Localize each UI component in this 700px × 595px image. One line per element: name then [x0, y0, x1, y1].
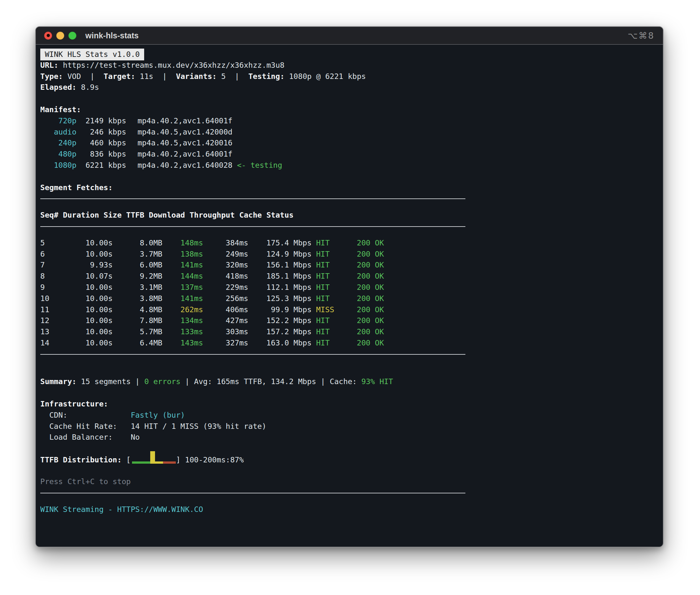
cell-duration: 10.00s: [58, 304, 113, 315]
separator: |: [180, 377, 194, 386]
segment-row: 1110.00s4.8MB262ms406ms99.9 MbpsMISS200 …: [40, 304, 663, 315]
segment-row: 910.00s3.1MB137ms229ms112.1 MbpsHIT200 O…: [40, 282, 663, 293]
variant-codecs: mp4a.40.2,avc1.640028: [137, 160, 232, 171]
cdn-value: Fastly (bur): [131, 410, 185, 421]
cell-status: 200 OK: [357, 293, 384, 304]
variant-bitrate: 2149 kbps: [76, 115, 126, 126]
cell-cache: HIT: [316, 293, 352, 304]
cell-size: 7.8MB: [113, 315, 162, 326]
window-controls: [44, 32, 76, 39]
terminal-content[interactable]: WINK HLS Stats v1.0.0 URL:https://test-s…: [36, 45, 663, 515]
cell-download: 384ms: [203, 237, 248, 249]
summary-line: Summary:15 segments | 0 errors | Avg: 16…: [40, 376, 663, 387]
cell-ttfb: 143ms: [162, 337, 203, 349]
brand-text: WINK Streaming - HTTPS://WWW.WINK.CO: [40, 505, 203, 514]
variant-bitrate: 836 kbps: [76, 149, 126, 160]
blank-line: [40, 171, 663, 182]
cell-ttfb: 141ms: [162, 259, 203, 271]
cell-download: 303ms: [203, 326, 248, 337]
cell-ttfb: 148ms: [162, 237, 203, 249]
cell-size: 8.0MB: [113, 237, 162, 249]
cell-seq: 7: [40, 259, 58, 271]
manifest-row: audio246 kbpsmp4a.40.5,avc1.42000d: [40, 126, 663, 138]
cell-status: 200 OK: [357, 259, 384, 271]
infra-row-cache: Cache Hit Rate:14 HIT / 1 MISS (93% hit …: [40, 421, 663, 432]
variants-value: 5: [217, 72, 226, 81]
divider-line: [40, 493, 466, 493]
ttfb-distribution-line: TTFB Distribution:[]100-200ms:87%: [40, 454, 663, 465]
cell-throughput: 99.9 Mbps: [248, 304, 312, 315]
blank-line: [40, 365, 663, 376]
manifest-row: 480p836 kbpsmp4a.40.2,avc1.64001f: [40, 149, 663, 160]
cell-cache: HIT: [316, 282, 352, 293]
summary-label: Summary:: [40, 377, 76, 386]
summary-cache-label: Cache:: [330, 377, 357, 386]
zoom-button[interactable]: [68, 32, 76, 39]
url-value: https://test-streams.mux.dev/x36xhzz/x36…: [58, 61, 284, 70]
ttfb-distribution-caption: 100-200ms:87%: [180, 455, 244, 464]
segment-row: 1210.00s7.8MB134ms427ms152.2 MbpsHIT200 …: [40, 315, 663, 326]
cell-throughput: 112.1 Mbps: [248, 282, 312, 293]
variant-codecs: mp4a.40.2,avc1.64001f: [137, 149, 232, 160]
cdn-label: CDN:: [49, 410, 131, 421]
segment-row: 510.00s8.0MB148ms384ms175.4 MbpsHIT200 O…: [40, 237, 663, 249]
ttfb-distribution-label: TTFB Distribution:: [40, 455, 122, 464]
load-balancer-label: Load Balancer:: [49, 432, 131, 443]
cell-download: 256ms: [203, 293, 248, 304]
type-value: VOD: [63, 72, 81, 81]
cell-throughput: 156.1 Mbps: [248, 259, 312, 271]
summary-cache-value: 93% HIT: [357, 377, 393, 386]
variant-name: 480p: [40, 149, 76, 160]
blank-line: [40, 387, 663, 398]
cell-size: 9.2MB: [113, 271, 162, 282]
segment-row: 610.00s3.7MB138ms249ms124.9 MbpsHIT200 O…: [40, 249, 663, 260]
minimize-button[interactable]: [56, 32, 64, 39]
modified-dot-icon: [47, 34, 50, 37]
app-version-line: WINK HLS Stats v1.0.0: [40, 49, 663, 60]
cell-duration: 10.00s: [58, 326, 113, 337]
cell-duration: 10.00s: [58, 315, 113, 326]
testing-value: 1080p @ 6221 kbps: [284, 72, 366, 81]
cell-seq: 6: [40, 249, 58, 260]
variant-name: 720p: [40, 115, 76, 126]
cell-seq: 8: [40, 271, 58, 282]
cell-throughput: 152.2 Mbps: [248, 315, 312, 326]
cell-ttfb: 134ms: [162, 315, 203, 326]
cell-duration: 10.00s: [58, 237, 113, 249]
cell-ttfb: 133ms: [162, 326, 203, 337]
cell-download: 249ms: [203, 249, 248, 260]
cell-ttfb: 144ms: [162, 271, 203, 282]
cell-status: 200 OK: [357, 337, 384, 349]
cell-throughput: 175.4 Mbps: [248, 237, 312, 249]
cell-seq: 12: [40, 315, 58, 326]
cell-seq: 13: [40, 326, 58, 337]
variant-codecs: mp4a.40.5,avc1.420016: [137, 137, 232, 149]
variant-bitrate: 246 kbps: [76, 126, 126, 138]
separator: |: [131, 377, 144, 386]
histogram-bar-red: [163, 461, 176, 464]
segment-row: 810.07s9.2MB144ms418ms185.1 MbpsHIT200 O…: [40, 271, 663, 282]
blank-line: [40, 465, 663, 477]
url-line: URL:https://test-streams.mux.dev/x36xhzz…: [40, 60, 663, 71]
segment-row: 79.93s6.0MB141ms320ms156.1 MbpsHIT200 OK: [40, 259, 663, 271]
cell-throughput: 185.1 Mbps: [248, 271, 312, 282]
manifest-row: 720p2149 kbpsmp4a.40.2,avc1.64001f: [40, 115, 663, 126]
titlebar[interactable]: wink-hls-stats ⌥⌘8: [36, 27, 663, 45]
cache-hit-rate-label: Cache Hit Rate:: [49, 421, 131, 432]
variant-codecs: mp4a.40.2,avc1.64001f: [137, 115, 232, 126]
cell-duration: 9.93s: [58, 259, 113, 271]
close-button[interactable]: [44, 32, 52, 39]
cell-size: 3.8MB: [113, 293, 162, 304]
cell-throughput: 163.0 Mbps: [248, 337, 312, 349]
cell-size: 6.4MB: [113, 337, 162, 349]
separator: |: [153, 72, 176, 81]
cell-ttfb: 141ms: [162, 293, 203, 304]
cell-ttfb: 138ms: [162, 249, 203, 260]
window-title: wink-hls-stats: [85, 31, 139, 40]
ttfb-histogram: [131, 454, 176, 462]
stop-hint: Press Ctrl+C to stop: [40, 477, 131, 486]
cell-status: 200 OK: [357, 282, 384, 293]
segments-title: Segment Fetches:: [40, 182, 663, 193]
divider: [40, 493, 663, 504]
cell-seq: 9: [40, 282, 58, 293]
